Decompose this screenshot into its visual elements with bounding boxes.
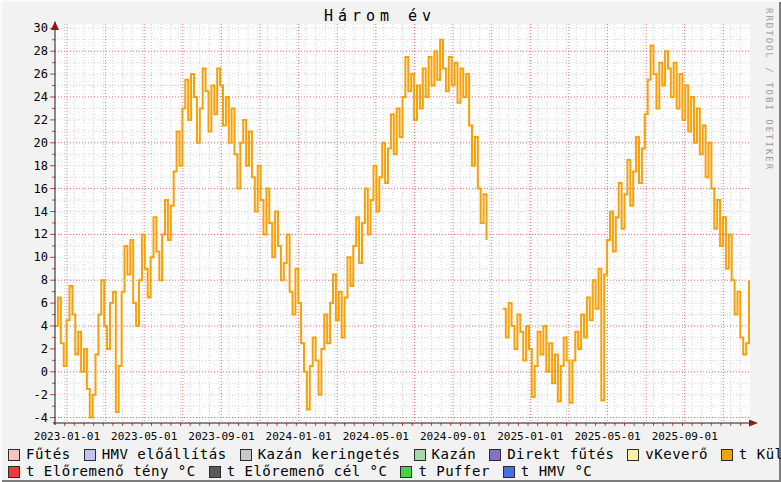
legend-color-swatch — [721, 449, 733, 461]
legend-item-direkt-futes: Direkt fűtés — [489, 446, 614, 463]
y-axis-label: 6 — [41, 296, 48, 310]
legend-item-t-kulso: t Külső °C — [721, 446, 781, 463]
legend-item-label: t Előremenő cél °C — [227, 463, 388, 480]
legend-item-t-eloremeno-cel: t Előremenő cél °C — [209, 463, 388, 480]
x-axis-label: 2023-09-01 — [188, 430, 254, 443]
legend-item-kazan: Kazán — [414, 446, 477, 463]
legend-item-hmv-eloallitas: HMV előállítás — [84, 446, 227, 463]
y-axis-label: 18 — [34, 159, 48, 173]
y-axis-label: -4 — [34, 411, 48, 425]
x-axis-label: 2024-05-01 — [343, 430, 409, 443]
y-axis-label: 26 — [34, 67, 48, 81]
legend-item-label: t Puffer — [418, 463, 489, 480]
legend-item-t-hmv: t HMV °C — [503, 463, 592, 480]
legend-color-swatch — [240, 449, 252, 461]
legend-color-swatch — [8, 466, 20, 478]
legend-item-label: Direkt fűtés — [507, 446, 614, 463]
y-axis-label: -2 — [34, 388, 48, 402]
legend: FűtésHMV előállításKazán keringetésKazán… — [8, 446, 778, 480]
legend-color-swatch — [84, 449, 96, 461]
legend-item-futes: Fűtés — [8, 446, 71, 463]
legend-item-label: t HMV °C — [521, 463, 592, 480]
legend-color-swatch — [414, 449, 426, 461]
chart-title: Három év — [0, 7, 760, 25]
y-axis-label: 10 — [34, 250, 48, 264]
legend-item-t-puffer: t Puffer — [400, 463, 489, 480]
y-axis-label: 0 — [41, 365, 48, 379]
legend-row: t Előremenő tény °Ct Előremenő cél °Ct P… — [8, 463, 778, 480]
x-axis-label: 2024-09-01 — [420, 430, 486, 443]
y-axis-label: 20 — [34, 136, 48, 150]
y-axis-label: 8 — [41, 273, 48, 287]
legend-item-label: vKeverő — [645, 446, 708, 463]
x-axis-label: 2023-01-01 — [34, 430, 100, 443]
rrdtool-watermark: RRDTOOL / TOBI OETIKER — [762, 8, 774, 258]
legend-color-swatch — [400, 466, 412, 478]
legend-item-kazan-keringetes: Kazán keringetés — [240, 446, 401, 463]
legend-color-swatch — [503, 466, 515, 478]
legend-row: FűtésHMV előállításKazán keringetésKazán… — [8, 446, 778, 463]
legend-item-label: t Külső °C — [739, 446, 781, 463]
y-axis-label: 4 — [41, 319, 48, 333]
chart-canvas: 302826242220181614121086420-2-42023-01-0… — [0, 0, 781, 482]
x-axis-label: 2025-05-01 — [574, 430, 640, 443]
legend-color-swatch — [627, 449, 639, 461]
y-axis-label: 2 — [41, 342, 48, 356]
y-axis-label: 22 — [34, 113, 48, 127]
x-axis-label: 2024-01-01 — [266, 430, 332, 443]
y-axis-label: 28 — [34, 44, 48, 58]
legend-color-swatch — [209, 466, 221, 478]
rrdtool-graph-image: 302826242220181614121086420-2-42023-01-0… — [0, 0, 781, 482]
legend-item-label: Fűtés — [26, 446, 71, 463]
legend-item-label: Kazán keringetés — [258, 446, 401, 463]
legend-color-swatch — [8, 449, 20, 461]
legend-item-t-eloremeno-teny: t Előremenő tény °C — [8, 463, 196, 480]
y-axis-label: 14 — [34, 205, 48, 219]
x-axis-label: 2025-01-01 — [497, 430, 563, 443]
x-axis-arrow-icon — [749, 420, 758, 427]
legend-item-label: HMV előállítás — [102, 446, 227, 463]
x-axis-label: 2025-09-01 — [652, 430, 718, 443]
x-axis-label: 2023-05-01 — [111, 430, 177, 443]
legend-item-label: Kazán — [432, 446, 477, 463]
y-axis-label: 16 — [34, 182, 48, 196]
legend-item-label: t Előremenő tény °C — [26, 463, 196, 480]
y-axis-label: 12 — [34, 227, 48, 241]
legend-color-swatch — [489, 449, 501, 461]
legend-item-vkevero: vKeverő — [627, 446, 708, 463]
y-axis-label: 24 — [34, 90, 48, 104]
